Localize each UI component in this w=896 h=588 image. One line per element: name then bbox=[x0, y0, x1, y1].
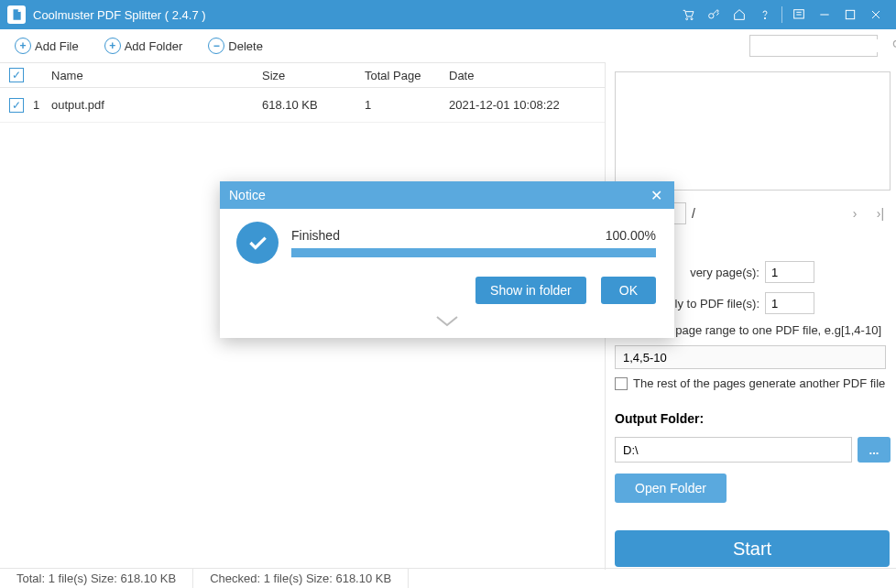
every-pages-input[interactable] bbox=[765, 261, 814, 283]
svg-rect-4 bbox=[794, 10, 804, 18]
row-index: 1 bbox=[33, 98, 49, 112]
start-button[interactable]: Start bbox=[615, 530, 890, 567]
select-all-checkbox[interactable]: ✓ bbox=[9, 68, 24, 82]
open-folder-button[interactable]: Open Folder bbox=[615, 474, 727, 503]
maximize-icon[interactable] bbox=[837, 2, 863, 27]
key-icon[interactable] bbox=[701, 2, 727, 27]
last-page-icon[interactable]: ›| bbox=[870, 203, 891, 223]
delete-label: Delete bbox=[228, 39, 263, 53]
titlebar: Coolmuster PDF Splitter ( 2.4.7 ) bbox=[0, 0, 896, 29]
dialog-percent: 100.00% bbox=[606, 228, 656, 243]
minimize-icon[interactable] bbox=[812, 2, 837, 27]
show-in-folder-button[interactable]: Show in folder bbox=[475, 277, 586, 304]
svg-point-2 bbox=[709, 14, 714, 18]
status-checked: Checked: 1 file(s) Size: 618.10 KB bbox=[193, 569, 409, 588]
col-name[interactable]: Name bbox=[49, 69, 262, 82]
svg-point-1 bbox=[691, 18, 693, 20]
dialog-titlebar: Notice ✕ bbox=[220, 181, 674, 209]
rest-pages-label: The rest of the pages generate another P… bbox=[633, 376, 885, 390]
ok-button[interactable]: OK bbox=[601, 277, 656, 304]
svg-point-3 bbox=[764, 17, 765, 18]
col-size[interactable]: Size bbox=[262, 69, 365, 82]
delete-button[interactable]: − Delete bbox=[201, 34, 270, 58]
success-check-icon bbox=[236, 222, 279, 264]
search-icon bbox=[891, 38, 896, 54]
browse-button[interactable]: ... bbox=[858, 437, 891, 463]
row-total-page: 1 bbox=[365, 98, 449, 112]
output-folder-input[interactable] bbox=[615, 437, 852, 463]
delete-icon: − bbox=[208, 38, 224, 54]
rest-pages-checkbox[interactable] bbox=[615, 377, 628, 390]
page-separator: / bbox=[692, 206, 695, 221]
dialog-close-icon[interactable]: ✕ bbox=[647, 187, 665, 204]
app-logo bbox=[7, 5, 26, 24]
row-size: 618.10 KB bbox=[262, 98, 365, 112]
svg-point-0 bbox=[686, 18, 688, 20]
add-folder-label: Add Folder bbox=[125, 39, 183, 53]
home-icon[interactable] bbox=[727, 2, 752, 27]
dialog-title: Notice bbox=[229, 188, 266, 202]
output-folder-label: Output Folder: bbox=[615, 411, 891, 426]
row-checkbox[interactable]: ✓ bbox=[9, 98, 24, 113]
row-date: 2021-12-01 10:08:22 bbox=[449, 98, 605, 112]
svg-rect-5 bbox=[846, 10, 854, 18]
dialog-status: Finished bbox=[291, 228, 340, 243]
window-title: Coolmuster PDF Splitter ( 2.4.7 ) bbox=[33, 8, 206, 22]
add-file-icon: + bbox=[15, 38, 31, 54]
add-folder-icon: + bbox=[104, 38, 121, 54]
next-page-icon[interactable]: › bbox=[845, 203, 865, 223]
preview-box bbox=[615, 71, 891, 191]
close-icon[interactable] bbox=[863, 2, 889, 27]
add-file-button[interactable]: + Add File bbox=[7, 34, 86, 58]
row-name: output.pdf bbox=[49, 98, 262, 112]
table-header: ✓ Name Size Total Page Date bbox=[0, 62, 605, 88]
range-input[interactable] bbox=[615, 345, 886, 369]
help-icon[interactable] bbox=[752, 2, 778, 27]
statusbar: Total: 1 file(s) Size: 618.10 KB Checked… bbox=[0, 568, 896, 588]
cart-icon[interactable] bbox=[675, 2, 701, 27]
notice-dialog: Notice ✕ Finished 100.00% Show in folder… bbox=[220, 181, 674, 338]
status-total: Total: 1 file(s) Size: 618.10 KB bbox=[0, 569, 193, 588]
col-total-page[interactable]: Total Page bbox=[365, 69, 449, 82]
search-box[interactable] bbox=[749, 35, 878, 57]
feedback-icon[interactable] bbox=[786, 2, 812, 27]
add-folder-button[interactable]: + Add Folder bbox=[97, 34, 191, 58]
add-file-label: Add File bbox=[35, 39, 79, 53]
avg-files-input[interactable] bbox=[765, 292, 814, 314]
table-row[interactable]: ✓ 1 output.pdf 618.10 KB 1 2021-12-01 10… bbox=[0, 88, 605, 123]
progress-bar bbox=[291, 248, 656, 257]
col-date[interactable]: Date bbox=[449, 69, 605, 82]
search-input[interactable] bbox=[754, 39, 891, 52]
dialog-expand-icon[interactable] bbox=[220, 313, 674, 338]
toolbar: + Add File + Add Folder − Delete bbox=[0, 29, 896, 62]
